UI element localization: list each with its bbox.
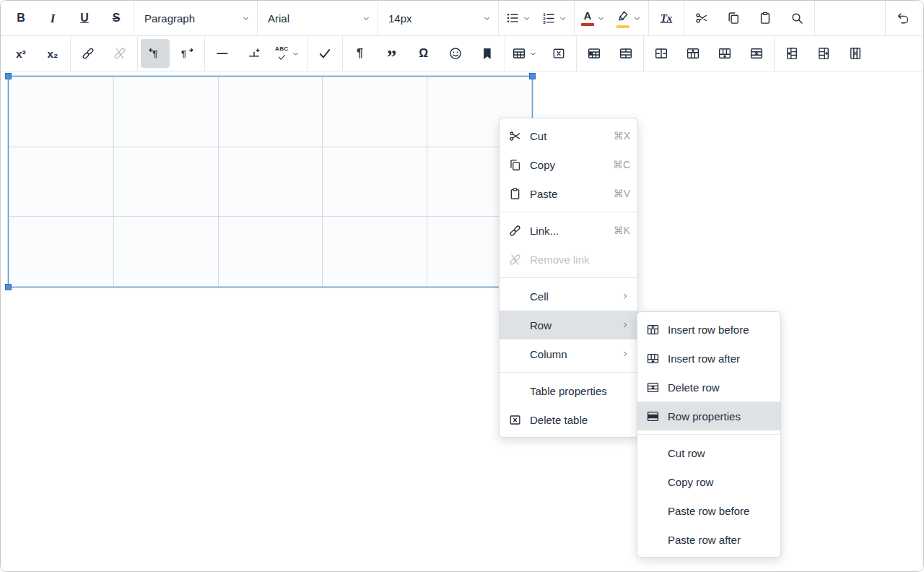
table-cell[interactable] [113, 77, 218, 147]
left-to-right-button[interactable]: ¶ [141, 39, 170, 68]
insert-column-after-button[interactable] [809, 39, 838, 68]
delete-table-button[interactable] [544, 39, 573, 68]
row-submenu-item-copy-row[interactable]: Copy row [637, 467, 780, 496]
table-cell[interactable] [9, 217, 114, 287]
row-submenu-item-label: Paste row before [668, 505, 773, 517]
toolbar-group [684, 1, 815, 35]
table-cell[interactable] [323, 147, 427, 217]
table-cell[interactable] [113, 147, 218, 217]
toolbar-group [885, 1, 920, 35]
remove-link-button[interactable] [105, 39, 134, 68]
context-menu-item-table-properties[interactable]: Table properties [500, 376, 637, 405]
paragraph-format-select[interactable]: Paragraph [134, 1, 257, 35]
table-cell[interactable] [218, 147, 323, 217]
strikethrough-button[interactable]: S [102, 4, 131, 32]
row-submenu-item-insert-row-after[interactable]: Insert row after [637, 344, 780, 373]
context-menu-item-cut[interactable]: Cut⌘X [500, 121, 637, 150]
table-cell[interactable] [113, 217, 218, 287]
resize-handle-bottom-left[interactable] [5, 284, 12, 290]
text-color-button[interactable]: A [578, 4, 609, 32]
row-submenu-item-cut-row[interactable]: Cut row [637, 438, 780, 467]
table-cell[interactable] [218, 217, 323, 287]
insert-row-after-button[interactable] [710, 39, 739, 68]
anchor-button[interactable] [473, 39, 502, 68]
special-character-button[interactable]: Ω [409, 39, 438, 68]
row-submenu-item-insert-row-before[interactable]: Insert row before [637, 315, 780, 344]
font-family-select[interactable]: Arial [258, 1, 378, 35]
split-cell-button-content [654, 46, 668, 61]
cut-button[interactable] [687, 4, 716, 32]
context-menu-item-delete-table[interactable]: Delete table [500, 405, 637, 434]
search-button[interactable] [783, 4, 811, 32]
context-menu-item-row[interactable]: Row [500, 311, 637, 339]
row-submenu-item-row-properties[interactable]: Row properties [637, 402, 780, 430]
insert-link-button[interactable] [74, 39, 103, 68]
split-cell-button[interactable] [647, 39, 676, 68]
row-submenu-item-paste-row-before[interactable]: Paste row before [637, 496, 780, 525]
toolbar-row-2: x²x₂¶¶ABC¶”Ω [1, 36, 923, 72]
copy-icon [726, 11, 741, 25]
toolbar-group: Tx [649, 1, 684, 35]
unlink-icon [113, 46, 127, 61]
bullet-list-button[interactable] [502, 4, 535, 32]
table-cell[interactable] [218, 77, 323, 147]
merge-cells-icon [619, 46, 633, 61]
strikethrough-button-content: S [113, 12, 121, 24]
toolbar-group: x²x₂ [4, 36, 71, 71]
toolbar-group [644, 36, 775, 71]
page-break-button[interactable] [240, 39, 269, 68]
numbered-list-button[interactable]: 123 [538, 4, 571, 32]
font-size-select[interactable]: 14px [378, 1, 498, 35]
selected-table[interactable] [8, 76, 533, 287]
row-submenu-item-delete-row[interactable]: Delete row [637, 373, 780, 402]
formatting-marks-button[interactable]: ¶ [346, 39, 375, 68]
clear-formatting-button[interactable]: Tx [652, 4, 681, 32]
superscript-button[interactable]: x² [6, 39, 35, 68]
insert-table-button-content [512, 46, 526, 61]
row-submenu-item-paste-row-after[interactable]: Paste row after [637, 525, 780, 554]
highlight-color-button[interactable] [612, 4, 645, 32]
insert-table-button[interactable] [508, 39, 541, 68]
accessibility-check-button[interactable] [310, 39, 339, 68]
special-character-button-content: Ω [419, 48, 428, 59]
delete-column-button[interactable] [841, 39, 870, 68]
spellcheck-button[interactable]: ABC [271, 39, 304, 68]
delete-row-button[interactable] [742, 39, 771, 68]
editor-content-area[interactable] [1, 72, 923, 571]
italic-button[interactable]: I [38, 4, 67, 32]
context-menu-item-remove-link[interactable]: Remove link [500, 245, 637, 274]
insert-column-before-button[interactable] [777, 39, 806, 68]
copy-button[interactable] [719, 4, 748, 32]
blockquote-glyph: ” [387, 48, 397, 67]
toolbar-group: BIUS [4, 1, 134, 35]
context-menu-item-column[interactable]: Column [500, 339, 637, 368]
context-menu-item-paste[interactable]: Paste⌘V [500, 179, 637, 208]
context-menu-item-copy[interactable]: Copy⌘C [500, 150, 637, 179]
table-cell[interactable] [9, 77, 114, 147]
table-cell[interactable] [323, 77, 427, 147]
context-menu-item-cell[interactable]: Cell [500, 282, 637, 311]
table-cell[interactable] [323, 217, 427, 287]
highlight-color-swatch [616, 25, 629, 28]
row-submenu-item-label: Delete row [668, 381, 773, 394]
underline-button[interactable]: U [70, 4, 99, 32]
cell-properties-button[interactable] [580, 39, 609, 68]
chevron-down-icon [558, 14, 567, 23]
table-cell[interactable] [9, 147, 114, 217]
resize-handle-top-left[interactable] [5, 73, 12, 79]
insert-row-before-button[interactable] [679, 39, 707, 68]
context-menu-item-link[interactable]: Link...⌘K [500, 216, 637, 245]
anchor-button-content [480, 46, 494, 61]
merge-cells-button[interactable] [611, 39, 640, 68]
toolbar-group [577, 36, 644, 71]
copy-icon [508, 158, 523, 172]
undo-button[interactable] [889, 4, 918, 32]
blockquote-button[interactable]: ” [378, 39, 406, 68]
resize-handle-top-right[interactable] [529, 73, 536, 79]
paste-button[interactable] [751, 4, 780, 32]
horizontal-rule-button[interactable] [208, 39, 237, 68]
subscript-button[interactable]: x₂ [38, 39, 67, 68]
emoticons-button[interactable] [441, 39, 470, 68]
right-to-left-button[interactable]: ¶ [173, 39, 201, 68]
bold-button[interactable]: B [6, 4, 35, 32]
